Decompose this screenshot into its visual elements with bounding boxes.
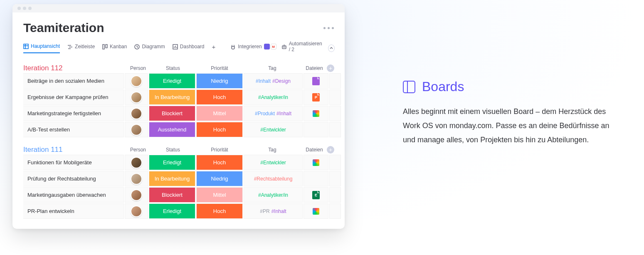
item-name[interactable]: PR-Plan entwickeln: [23, 203, 124, 219]
column-header-tag[interactable]: Tag: [243, 146, 302, 153]
status-cell[interactable]: Ausstehend: [149, 122, 195, 137]
tag-chip[interactable]: #PR: [260, 208, 269, 214]
tag-cell[interactable]: #Entwickler: [244, 122, 303, 137]
table-row[interactable]: Funktionen für MobilgeräteErledigtHoch#E…: [23, 155, 334, 170]
status-cell[interactable]: Erledigt: [149, 155, 195, 170]
column-header-status[interactable]: Status: [150, 64, 196, 72]
files-cell[interactable]: E: [303, 187, 328, 203]
files-cell[interactable]: [303, 203, 328, 219]
files-cell[interactable]: [303, 171, 328, 186]
extra-cell: [329, 171, 341, 186]
item-name[interactable]: Prüfung der Rechtsabteilung: [23, 171, 124, 186]
priority-cell[interactable]: Mittel: [196, 106, 243, 121]
tag-cell[interactable]: #Analytiker/in: [244, 187, 303, 203]
tab-kanban[interactable]: Kanban: [102, 44, 127, 53]
item-name[interactable]: Ergebnisse der Kampagne prüfen: [23, 89, 124, 105]
priority-cell[interactable]: Niedrig: [196, 171, 243, 186]
status-cell[interactable]: In Bearbeitung: [149, 89, 195, 105]
group-title[interactable]: Iteration 111: [23, 146, 126, 154]
files-cell[interactable]: [303, 122, 328, 137]
automate-button[interactable]: Automatisieren / 2: [281, 41, 323, 56]
tag-cell[interactable]: #Inhalt#Design: [244, 73, 303, 89]
tag-cell[interactable]: #Entwickler: [244, 155, 303, 170]
add-column-button[interactable]: +: [327, 146, 334, 153]
svg-rect-6: [103, 45, 104, 49]
files-cell[interactable]: [303, 73, 328, 89]
tab-label: Diagramm: [142, 44, 165, 50]
item-name[interactable]: A/B-Test erstellen: [23, 122, 124, 137]
file-icon: [313, 110, 319, 117]
board-title[interactable]: Teamiteration: [23, 21, 104, 35]
more-menu[interactable]: [323, 27, 334, 29]
status-cell[interactable]: In Bearbeitung: [149, 171, 195, 186]
priority-cell[interactable]: Mittel: [196, 187, 243, 203]
status-cell[interactable]: Erledigt: [149, 203, 195, 219]
status-cell[interactable]: Erledigt: [149, 73, 195, 89]
column-header-priority[interactable]: Priorität: [196, 64, 243, 72]
tag-chip[interactable]: #Produkt: [255, 111, 275, 116]
tag-cell[interactable]: #Rechtsabteilung: [244, 171, 303, 186]
group-title[interactable]: Iteration 112: [23, 64, 126, 72]
status-cell[interactable]: Blockiert: [149, 106, 195, 121]
tab-main[interactable]: Hauptansicht: [23, 43, 60, 53]
table-row[interactable]: PR-Plan entwickelnErledigtHoch#PR#Inhalt: [23, 203, 334, 219]
person-cell[interactable]: [125, 73, 148, 89]
tag-cell[interactable]: #PR#Inhalt: [244, 203, 303, 219]
person-cell[interactable]: [125, 171, 148, 186]
tag-chip[interactable]: #Analytiker/in: [258, 94, 288, 100]
item-name[interactable]: Funktionen für Mobilgeräte: [23, 155, 124, 170]
tag-chip[interactable]: #Entwickler: [260, 160, 286, 166]
item-name[interactable]: Beiträge in den sozialen Medien: [23, 73, 124, 89]
tab-dashboard[interactable]: Dashboard: [173, 44, 205, 53]
table-row[interactable]: Ergebnisse der Kampagne prüfenIn Bearbei…: [23, 89, 334, 105]
tag-chip[interactable]: #Inhalt: [276, 111, 291, 116]
tag-chip[interactable]: #Inhalt: [256, 78, 271, 84]
column-header-person[interactable]: Person: [126, 64, 150, 72]
item-name[interactable]: Marketingstrategie fertigstellen: [23, 106, 124, 121]
column-header-files[interactable]: Dateien: [302, 64, 327, 72]
add-column-button[interactable]: +: [327, 64, 334, 72]
person-cell[interactable]: [125, 89, 148, 105]
tab-timeline[interactable]: Zeitleiste: [67, 44, 95, 53]
priority-cell[interactable]: Hoch: [196, 89, 243, 105]
person-cell[interactable]: [125, 122, 148, 137]
tab-label: Hauptansicht: [31, 43, 60, 49]
column-header-tag[interactable]: Tag: [243, 64, 302, 72]
status-cell[interactable]: Blockiert: [149, 187, 195, 203]
files-cell[interactable]: P: [303, 89, 328, 105]
priority-cell[interactable]: Hoch: [196, 203, 243, 219]
window-chrome: [12, 4, 345, 12]
tag-chip[interactable]: #Entwickler: [260, 127, 286, 133]
tab-chart[interactable]: Diagramm: [134, 44, 165, 53]
table-row[interactable]: Marketingausgaben überwachenBlockiertMit…: [23, 187, 334, 203]
tag-chip[interactable]: #Rechtsabteilung: [254, 176, 293, 182]
column-header-status[interactable]: Status: [150, 146, 196, 153]
person-cell[interactable]: [125, 106, 148, 121]
integrate-button[interactable]: Integrieren M: [230, 44, 276, 53]
priority-cell[interactable]: Niedrig: [196, 73, 243, 89]
table-row[interactable]: Prüfung der RechtsabteilungIn Bearbeitun…: [23, 171, 334, 186]
column-header-person[interactable]: Person: [126, 146, 150, 153]
priority-cell[interactable]: Hoch: [196, 122, 243, 137]
tag-cell[interactable]: #Produkt#Inhalt: [244, 106, 303, 121]
board-window: Teamiteration Hauptansicht Zeitleiste Ka…: [12, 4, 345, 229]
priority-cell[interactable]: Hoch: [196, 155, 243, 170]
column-header-files[interactable]: Dateien: [302, 146, 327, 153]
person-cell[interactable]: [125, 187, 148, 203]
column-header-priority[interactable]: Priorität: [196, 146, 243, 153]
add-view-button[interactable]: +: [212, 43, 216, 54]
group: Iteration 112PersonStatusPrioritätTagDat…: [23, 64, 334, 137]
collapse-button[interactable]: [328, 45, 335, 52]
files-cell[interactable]: [303, 155, 328, 170]
tag-chip[interactable]: #Analytiker/in: [258, 192, 288, 198]
files-cell[interactable]: [303, 106, 328, 121]
table-row[interactable]: A/B-Test erstellenAusstehendHoch#Entwick…: [23, 122, 334, 137]
person-cell[interactable]: [125, 155, 148, 170]
item-name[interactable]: Marketingausgaben überwachen: [23, 187, 124, 203]
tag-chip[interactable]: #Design: [272, 78, 291, 84]
tag-chip[interactable]: #Inhalt: [271, 208, 286, 214]
table-row[interactable]: Marketingstrategie fertigstellenBlockier…: [23, 106, 334, 121]
person-cell[interactable]: [125, 203, 148, 219]
table-row[interactable]: Beiträge in den sozialen MedienErledigtN…: [23, 73, 334, 89]
tag-cell[interactable]: #Analytiker/in: [244, 89, 303, 105]
